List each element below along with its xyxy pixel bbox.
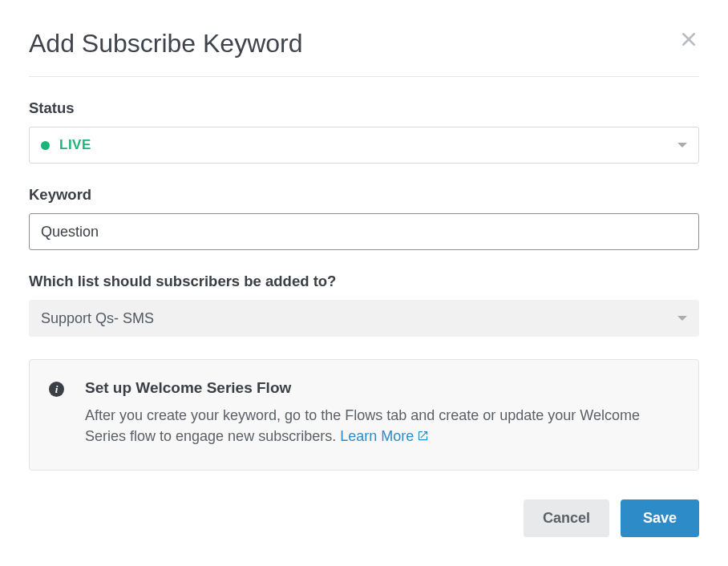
status-group: Status LIVE (29, 99, 699, 164)
info-icon-wrap: i (49, 379, 64, 447)
info-title: Set up Welcome Series Flow (85, 379, 679, 397)
modal-title: Add Subscribe Keyword (29, 29, 303, 59)
list-select[interactable]: Support Qs- SMS (29, 300, 699, 337)
status-value: LIVE (59, 137, 91, 153)
modal-footer: Cancel Save (29, 499, 699, 537)
list-value: Support Qs- SMS (41, 310, 154, 327)
info-icon: i (49, 382, 64, 397)
chevron-down-icon (677, 316, 687, 321)
info-description: After you create your keyword, go to the… (85, 405, 679, 447)
save-button[interactable]: Save (621, 499, 699, 537)
learn-more-text: Learn More (340, 428, 414, 444)
keyword-input[interactable] (29, 213, 699, 250)
info-content: Set up Welcome Series Flow After you cre… (85, 379, 679, 447)
modal-header: Add Subscribe Keyword (29, 29, 699, 77)
info-callout: i Set up Welcome Series Flow After you c… (29, 359, 699, 471)
keyword-group: Keyword (29, 186, 699, 250)
status-dot-icon (41, 141, 50, 150)
list-label: Which list should subscribers be added t… (29, 273, 699, 290)
learn-more-link[interactable]: Learn More (340, 428, 429, 444)
status-label: Status (29, 99, 699, 117)
close-button[interactable] (678, 29, 699, 50)
status-select[interactable]: LIVE (29, 127, 699, 164)
cancel-button[interactable]: Cancel (524, 499, 609, 537)
chevron-down-icon (677, 143, 687, 148)
list-group: Which list should subscribers be added t… (29, 273, 699, 337)
keyword-label: Keyword (29, 186, 699, 204)
external-link-icon (417, 427, 429, 447)
